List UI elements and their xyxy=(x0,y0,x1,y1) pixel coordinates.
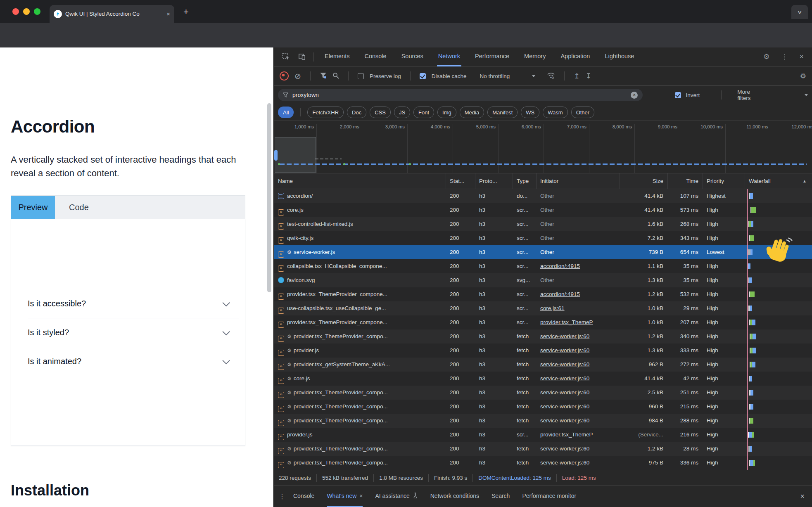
request-initiator[interactable]: service-worker.js:60 xyxy=(536,414,620,428)
sort-ascending-icon[interactable]: ▲ xyxy=(803,173,807,189)
request-initiator[interactable]: service-worker.js:60 xyxy=(536,386,620,400)
drawer-tab-ai-assistance[interactable]: AI assistance xyxy=(375,486,418,507)
import-har-icon[interactable]: ↥ xyxy=(574,72,579,81)
column-header-waterfall[interactable]: Waterfall ▲ xyxy=(745,173,812,189)
request-row[interactable]: favicon.svg200h3svg...Other1.3 kB35 msHi… xyxy=(274,273,812,287)
filter-chip-other[interactable]: Other xyxy=(571,107,595,118)
request-initiator[interactable]: service-worker.js:60 xyxy=(536,344,620,358)
filter-chip-manifest[interactable]: Manifest xyxy=(487,107,518,118)
browser-tab[interactable]: Qwik UI | Styled Accordion Co × xyxy=(50,5,174,23)
request-row[interactable]: ‹›⚙provider.tsx_ThemeProvider_compo...20… xyxy=(274,329,812,344)
devtools-settings-gear-icon[interactable]: ⚙ xyxy=(763,52,769,61)
preserve-log-checkbox[interactable] xyxy=(358,73,364,79)
request-row[interactable]: accordion/200h3do...Other41.4 kB107 msHi… xyxy=(274,189,812,203)
device-toolbar-icon[interactable] xyxy=(298,53,306,61)
request-initiator[interactable]: core.js:61 xyxy=(536,301,620,315)
export-har-icon[interactable]: ↧ xyxy=(586,72,591,81)
request-row[interactable]: ‹›⚙service-worker.js200h3scr...Other739 … xyxy=(274,245,812,259)
request-initiator[interactable]: service-worker.js:60 xyxy=(536,329,620,344)
throttling-caret-icon[interactable] xyxy=(532,75,535,77)
overview-selection[interactable] xyxy=(275,137,316,173)
accordion-trigger[interactable]: Is it styled? xyxy=(28,325,239,339)
minimize-window-button[interactable] xyxy=(23,8,30,15)
filter-chip-media[interactable]: Media xyxy=(460,107,484,118)
tab-search-button[interactable]: ∨ xyxy=(791,5,808,19)
devtools-tab-elements[interactable]: Elements xyxy=(323,47,351,66)
request-initiator[interactable]: service-worker.js:60 xyxy=(536,442,620,456)
filter-chip-css[interactable]: CSS xyxy=(370,107,391,118)
request-initiator[interactable]: service-worker.js:60 xyxy=(536,400,620,414)
devtools-menu-icon[interactable]: ⋮ xyxy=(781,53,788,61)
devtools-tab-sources[interactable]: Sources xyxy=(400,47,425,66)
accordion-trigger[interactable]: Is it animated? xyxy=(28,354,239,368)
drawer-tab-console[interactable]: Console xyxy=(293,486,314,507)
timeline-overview[interactable] xyxy=(274,136,812,173)
tab-code[interactable]: Code xyxy=(55,196,103,219)
drawer-tab-what-s-new[interactable]: What's new× xyxy=(327,486,363,507)
request-row[interactable]: ‹›provider.tsx_ThemeProvider_compone...2… xyxy=(274,315,812,329)
devtools-tab-network[interactable]: Network xyxy=(437,47,461,66)
selection-handle[interactable] xyxy=(274,150,278,161)
column-header-type[interactable]: Type xyxy=(513,173,536,189)
request-row[interactable]: ‹›test-controlled-list-mixed.js200h3scr.… xyxy=(274,217,812,231)
throttling-select[interactable]: No throttling xyxy=(480,73,510,79)
devtools-tab-lighthouse[interactable]: Lighthouse xyxy=(603,47,635,66)
request-initiator[interactable]: provider.tsx_ThemeP xyxy=(536,315,620,329)
request-row[interactable]: ‹›⚙provider.tsx_getSystemTheme_aKkA...20… xyxy=(274,358,812,372)
filter-toggle-icon[interactable] xyxy=(320,72,327,80)
drawer-tab-search[interactable]: Search xyxy=(491,486,510,507)
drawer-close-icon[interactable]: × xyxy=(800,492,805,501)
new-tab-button[interactable]: + xyxy=(183,7,189,17)
drawer-tab-close-icon[interactable]: × xyxy=(359,493,363,499)
request-row[interactable]: ‹›⚙provider.tsx_ThemeProvider_compo...20… xyxy=(274,456,812,470)
filter-chip-js[interactable]: JS xyxy=(394,107,410,118)
request-initiator[interactable]: accordion/:4915 xyxy=(536,287,620,301)
request-row[interactable]: ‹›provider.tsx_ThemeProvider_compone...2… xyxy=(274,287,812,301)
request-initiator[interactable]: service-worker.js:60 xyxy=(536,456,620,470)
request-row[interactable]: ‹›⚙provider.tsx_ThemeProvider_compo...20… xyxy=(274,442,812,456)
column-header-proto[interactable]: Proto... xyxy=(475,173,513,189)
devtools-tab-application[interactable]: Application xyxy=(559,47,591,66)
request-row[interactable]: ‹›provider.js200h3scr...provider.tsx_The… xyxy=(274,428,812,442)
request-row[interactable]: ‹›⚙provider.tsx_ThemeProvider_compo...20… xyxy=(274,386,812,400)
tab-preview[interactable]: Preview xyxy=(11,196,55,219)
filter-chip-doc[interactable]: Doc xyxy=(347,107,366,118)
devtools-tab-memory[interactable]: Memory xyxy=(523,47,547,66)
record-network-log-button[interactable] xyxy=(280,71,289,81)
disable-cache-checkbox[interactable] xyxy=(420,73,426,79)
request-row[interactable]: ‹›use-collapsible.tsx_useCollapsible_ge.… xyxy=(274,301,812,315)
request-initiator[interactable]: accordion/:4915 xyxy=(536,259,620,273)
filter-input[interactable] xyxy=(292,91,627,99)
request-row[interactable]: ‹›⚙core.js200h3fetchservice-worker.js:60… xyxy=(274,372,812,386)
request-initiator[interactable]: service-worker.js:60 xyxy=(536,372,620,386)
column-header-time[interactable]: Time xyxy=(667,173,703,189)
drawer-tab-performance-monitor[interactable]: Performance monitor xyxy=(522,486,576,507)
column-header-stat[interactable]: Stat... xyxy=(446,173,475,189)
network-conditions-icon[interactable]: ⚙ xyxy=(547,72,555,81)
clear-network-log-icon[interactable]: ⊘ xyxy=(294,72,301,80)
drawer-menu-icon[interactable]: ⋮ xyxy=(279,493,285,500)
request-row[interactable]: ‹›qwik-city.js200h3scr...Other7.2 kB343 … xyxy=(274,231,812,245)
clear-filter-icon[interactable]: × xyxy=(631,92,638,99)
more-filters-button[interactable]: More filters xyxy=(737,89,763,101)
filter-chip-img[interactable]: Img xyxy=(437,107,456,118)
request-row[interactable]: ‹›collapsible.tsx_HCollapsible_compone..… xyxy=(274,259,812,273)
accordion-trigger[interactable]: Is it accessible? xyxy=(28,296,239,310)
more-filters-caret-icon[interactable] xyxy=(805,94,808,96)
maximize-window-button[interactable] xyxy=(34,8,40,15)
devtools-close-icon[interactable]: × xyxy=(799,52,804,61)
devtools-tab-performance[interactable]: Performance xyxy=(474,47,510,66)
column-header-priority[interactable]: Priority xyxy=(703,173,745,189)
search-icon[interactable] xyxy=(332,72,339,80)
tab-close-icon[interactable]: × xyxy=(166,10,170,17)
filter-field[interactable]: × xyxy=(278,89,643,101)
invert-checkbox[interactable] xyxy=(675,92,681,98)
column-header-name[interactable]: Name xyxy=(274,173,446,189)
request-row[interactable]: ‹›⚙provider.tsx_ThemeProvider_compo...20… xyxy=(274,414,812,428)
filter-chip-ws[interactable]: WS xyxy=(521,107,539,118)
request-row[interactable]: ‹›⚙provider.js200h3fetchservice-worker.j… xyxy=(274,344,812,358)
filter-chip-fetchxhr[interactable]: Fetch/XHR xyxy=(307,107,344,118)
devtools-tab-console[interactable]: Console xyxy=(363,47,387,66)
request-initiator[interactable]: provider.tsx_ThemeP xyxy=(536,428,620,442)
column-header-size[interactable]: Size xyxy=(620,173,667,189)
